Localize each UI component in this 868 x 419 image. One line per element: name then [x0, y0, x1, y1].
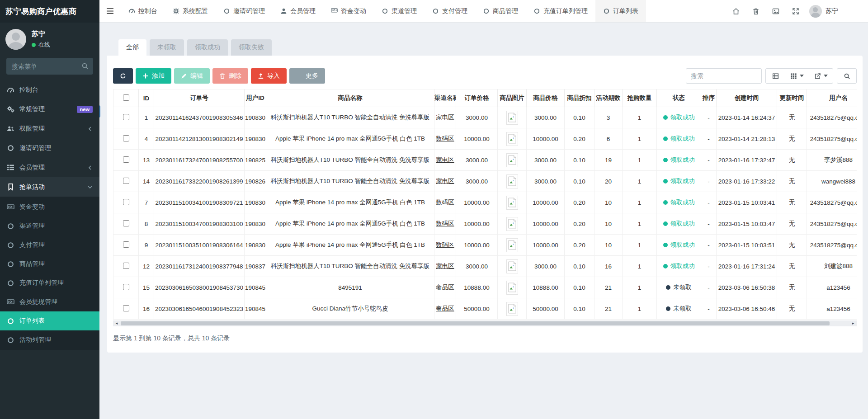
scrollbar-thumb[interactable] — [121, 321, 830, 325]
channel-link[interactable]: 数码区 — [436, 199, 454, 206]
search-button[interactable] — [837, 68, 857, 84]
import-button[interactable]: 导入 — [251, 68, 287, 84]
navbar-tab-8[interactable]: 充值订单列管理 — [526, 0, 595, 22]
column-header-14: 更新时间 — [777, 89, 807, 107]
settings-button[interactable] — [843, 0, 863, 22]
filter-tab-3[interactable]: 领取失败 — [231, 39, 272, 56]
chevron-down-icon — [87, 184, 93, 190]
filter-tab-0[interactable]: 全部 — [118, 39, 146, 56]
navbar-tab-6[interactable]: 支付管理 — [425, 0, 475, 22]
navbar-tab-5[interactable]: 渠道管理 — [374, 0, 425, 22]
channel-link[interactable]: 家电区 — [436, 114, 454, 121]
channel-link[interactable]: 数码区 — [436, 220, 454, 227]
row-checkbox[interactable] — [123, 241, 129, 248]
sidebar-subitem-4[interactable]: 充值订单列管理 — [0, 273, 99, 292]
row-checkbox[interactable] — [123, 178, 129, 184]
navbar-tab-9[interactable]: 订单列表 — [595, 0, 646, 22]
cell-order-no: 20230115100341001908309721 — [154, 192, 245, 213]
home-button[interactable] — [726, 0, 746, 22]
detail-view-button[interactable] — [765, 68, 785, 84]
sidebar-item-0[interactable]: 控制台 — [0, 80, 99, 99]
cell-user-id: 190830 — [245, 235, 266, 256]
cell-order-price: 10000.00 — [456, 213, 498, 235]
image-button[interactable] — [766, 0, 786, 22]
navbar-user-name[interactable]: 苏宁 — [826, 7, 838, 15]
export-button[interactable] — [809, 68, 833, 84]
navbar-tab-7[interactable]: 商品管理 — [475, 0, 526, 22]
row-checkbox[interactable] — [123, 220, 129, 226]
row-checkbox[interactable] — [123, 305, 129, 311]
navbar-tab-0[interactable]: 控制台 — [121, 0, 165, 22]
sidebar-search-input[interactable] — [6, 58, 93, 75]
cell-qty: 1 — [623, 298, 657, 320]
sidebar-subitem-7[interactable]: 活动列管理 — [0, 330, 99, 349]
scroll-left-arrow-icon[interactable]: ◂ — [113, 320, 120, 326]
cell-updated-time: 无 — [777, 192, 807, 213]
navbar-tab-4[interactable]: 资金变动 — [323, 0, 374, 22]
delete-button[interactable]: 删除 — [212, 68, 248, 84]
select-all-checkbox[interactable] — [123, 94, 129, 101]
navbar-tab-1[interactable]: 系统配置 — [165, 0, 216, 22]
cell-qty: 1 — [623, 235, 657, 256]
cell-updated-time: 无 — [777, 298, 807, 320]
channel-link[interactable]: 奢品区 — [436, 305, 454, 312]
table-toolbar: 添加 编辑 删除 导入 更多 — [113, 68, 857, 84]
gauge-icon — [128, 8, 135, 14]
channel-link[interactable]: 奢品区 — [436, 284, 454, 291]
sidebar-subitem-2[interactable]: 支付管理 — [0, 235, 99, 254]
cell-order-price: 50000.00 — [456, 298, 498, 320]
sidebar-subitem-5[interactable]: 会员提现管理 — [0, 292, 99, 311]
sidebar-item-1[interactable]: 常规管理new — [0, 99, 99, 119]
row-checkbox[interactable] — [123, 114, 129, 120]
more-button[interactable]: 更多 — [289, 68, 325, 84]
orders-table: ID订单号用户ID商品名称渠道名称订单价格商品图片商品价格商品折扣活动期数抢购数… — [113, 89, 857, 320]
navbar-avatar[interactable] — [809, 5, 822, 18]
row-checkbox[interactable] — [123, 263, 129, 269]
row-checkbox[interactable] — [123, 135, 129, 141]
sidebar-subitem-0[interactable]: 资金变动 — [0, 198, 99, 217]
channel-link[interactable]: 数码区 — [436, 241, 454, 248]
channel-link[interactable]: 家电区 — [436, 263, 454, 269]
column-header-2: 用户ID — [245, 89, 266, 107]
column-header-5: 订单价格 — [456, 89, 498, 107]
cell-user-id: 190837 — [245, 256, 266, 277]
scroll-right-arrow-icon[interactable]: ▸ — [849, 320, 857, 326]
sidebar-item-2[interactable]: 权限管理 — [0, 119, 99, 138]
row-checkbox[interactable] — [123, 156, 129, 163]
sidebar-item-3[interactable]: 邀请码管理 — [0, 138, 99, 158]
trash-button[interactable] — [746, 0, 766, 22]
edit-button[interactable]: 编辑 — [174, 68, 210, 84]
columns-button[interactable] — [785, 68, 809, 84]
sidebar-subitem-6[interactable]: 订单列表 — [0, 311, 99, 330]
row-checkbox[interactable] — [123, 199, 129, 205]
sidebar-toggle-button[interactable] — [99, 0, 121, 22]
status-label: 领取成功 — [670, 135, 695, 143]
fullscreen-button[interactable] — [786, 0, 806, 22]
filter-tab-2[interactable]: 领取成功 — [187, 39, 228, 56]
navbar-tab-3[interactable]: 会员管理 — [273, 0, 323, 22]
cell-order-no: 20230114162437001908305346 — [154, 107, 245, 128]
sidebar-item-label: 活动列管理 — [19, 336, 51, 344]
status-dot-icon — [663, 221, 668, 226]
cell-id: 13 — [139, 150, 154, 171]
sidebar-subitem-3[interactable]: 商品管理 — [0, 254, 99, 273]
status-dot-icon — [663, 158, 668, 162]
refresh-button[interactable] — [113, 68, 133, 84]
channel-link[interactable]: 数码区 — [436, 135, 454, 142]
filter-tab-1[interactable]: 未领取 — [150, 39, 184, 56]
table-search-input[interactable] — [686, 68, 762, 84]
cell-order-no: 20230114212813001908302149 — [154, 128, 245, 150]
sidebar-subitem-1[interactable]: 渠道管理 — [0, 217, 99, 235]
horizontal-scrollbar[interactable]: ◂ ▸ — [113, 320, 857, 326]
cell-product-price: 10888.00 — [527, 277, 565, 298]
money-icon — [7, 203, 14, 211]
row-checkbox[interactable] — [123, 284, 129, 290]
add-button[interactable]: 添加 — [136, 68, 171, 84]
navbar-tab-2[interactable]: 邀请码管理 — [216, 0, 273, 22]
cell-updated-time: 无 — [777, 128, 807, 150]
sidebar-item-5[interactable]: 抢单活动 — [0, 177, 99, 197]
channel-link[interactable]: 家电区 — [436, 156, 454, 163]
channel-link[interactable]: 家电区 — [436, 178, 454, 184]
cell-discount: 0.10 — [565, 150, 594, 171]
sidebar-item-4[interactable]: 会员管理 — [0, 158, 99, 177]
